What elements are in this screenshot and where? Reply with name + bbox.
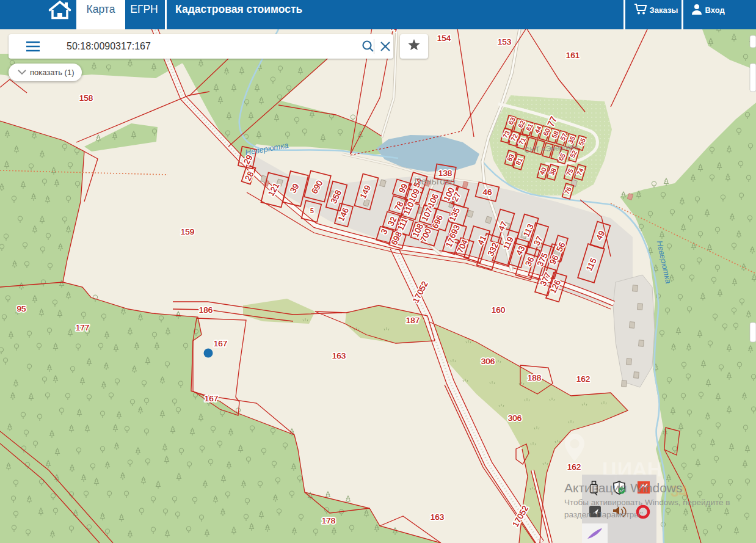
svg-text:187: 187 [406, 316, 420, 325]
svg-text:162: 162 [576, 374, 591, 384]
svg-text:178: 178 [322, 516, 336, 525]
svg-text:163: 163 [332, 351, 346, 360]
svg-text:306: 306 [508, 414, 522, 423]
svg-text:Чтобы активировать Windows, пе: Чтобы активировать Windows, перейдите в [564, 498, 730, 507]
svg-text:153: 153 [498, 37, 512, 46]
svg-text:161: 161 [566, 51, 580, 60]
svg-text:160: 160 [492, 305, 506, 315]
svg-text:159: 159 [181, 227, 195, 236]
svg-text:95: 95 [16, 304, 26, 313]
svg-text:167: 167 [214, 339, 228, 348]
svg-text:158: 158 [79, 93, 93, 103]
svg-text:167: 167 [205, 394, 219, 403]
svg-text:177: 177 [76, 323, 90, 332]
svg-text:46: 46 [482, 188, 492, 197]
svg-text:Пеньгово: Пеньгово [414, 176, 455, 186]
svg-text:163: 163 [431, 512, 445, 522]
svg-text:5: 5 [310, 207, 314, 214]
svg-text:188: 188 [528, 373, 542, 382]
svg-text:154: 154 [437, 34, 451, 43]
svg-text:186: 186 [199, 305, 213, 315]
svg-text:раздел "Параметры".: раздел "Параметры". [564, 510, 645, 519]
svg-text:306: 306 [481, 357, 495, 366]
svg-text:Активация Windows: Активация Windows [564, 481, 683, 495]
svg-text:162: 162 [567, 462, 581, 472]
